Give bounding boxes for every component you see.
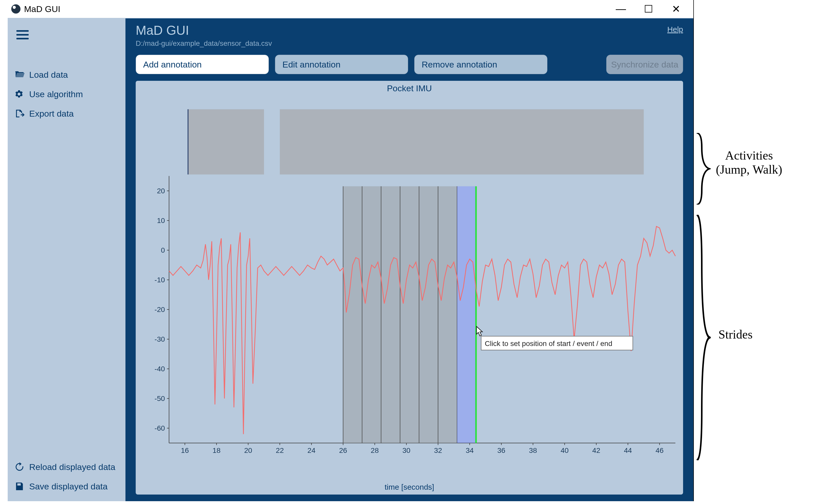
sidebar-item-label: Reload displayed data [29,462,115,472]
svg-text:30: 30 [403,447,410,454]
sidebar-item-export[interactable]: Export data [8,104,125,123]
window-maximize-button[interactable]: ☐ [641,3,656,15]
svg-text:24: 24 [308,447,315,454]
folder-open-icon [14,70,24,80]
brace-icon [695,133,711,204]
app-title: MaD GUI [136,23,683,38]
export-icon [14,108,24,119]
app-header: Help MaD GUI D:/mad-gui/example_data/sen… [125,18,693,51]
edit-annotation-button[interactable]: Edit annotation [275,55,408,74]
sidebar-item-label: Export data [29,109,74,119]
plot-title: Pocket IMU [136,81,683,93]
window-close-button[interactable]: ✕ [669,3,684,15]
plot-area[interactable]: Pocket IMU -60-50-40-30-20-1001020161820… [136,81,683,494]
svg-text:18: 18 [212,447,220,454]
svg-text:0: 0 [161,246,165,254]
sidebar-item-label: Use algorithm [29,89,83,99]
window-titlebar: MaD GUI — ☐ ✕ [8,0,693,18]
window-minimize-button[interactable]: — [613,3,629,15]
plot-panel: Pocket IMU -60-50-40-30-20-1001020161820… [125,81,693,501]
add-annotation-button[interactable]: Add annotation [136,55,269,74]
app-window: MaD GUI — ☐ ✕ Load data Use algori [8,0,694,501]
svg-text:-60: -60 [155,424,165,432]
file-path: D:/mad-gui/example_data/sensor_data.csv [136,38,683,48]
remove-annotation-button[interactable]: Remove annotation [414,55,547,74]
svg-text:46: 46 [656,447,664,454]
mouse-cursor-icon [477,326,482,336]
app-icon [11,4,20,14]
callout-text: Activities [716,148,782,162]
current-selection[interactable] [457,186,476,443]
sidebar-item-label: Save displayed data [29,482,107,491]
svg-text:-10: -10 [155,276,165,284]
svg-text:20: 20 [244,447,252,454]
reload-icon [14,462,24,472]
sidebar-item-save[interactable]: Save displayed data [8,476,125,496]
window-title: MaD GUI [24,4,61,14]
sidebar-item-load[interactable]: Load data [8,65,125,84]
svg-text:-20: -20 [155,306,165,313]
svg-text:22: 22 [276,447,284,454]
svg-text:10: 10 [157,217,165,224]
svg-text:-40: -40 [155,365,165,373]
gears-icon [14,89,24,99]
svg-text:28: 28 [371,447,379,454]
sidebar-item-label: Load data [29,70,68,80]
sidebar-item-reload[interactable]: Reload displayed data [8,457,125,476]
svg-text:44: 44 [624,447,632,454]
menu-toggle-button[interactable] [16,30,29,39]
svg-text:-50: -50 [155,395,165,402]
help-link[interactable]: Help [667,25,683,34]
activity-region[interactable] [188,109,264,174]
svg-text:26: 26 [339,447,347,454]
brace-icon [695,215,711,460]
svg-text:38: 38 [529,447,537,454]
chart-canvas[interactable]: -60-50-40-30-20-100102016182022242628303… [151,96,678,471]
main-column: Help MaD GUI D:/mad-gui/example_data/sen… [125,18,693,501]
svg-text:32: 32 [434,447,442,454]
save-icon [14,481,24,491]
svg-text:40: 40 [561,447,569,454]
callout-text: (Jump, Walk) [716,162,782,177]
callout-text: Strides [718,327,752,341]
activity-region[interactable] [280,109,644,174]
svg-text:34: 34 [466,447,474,454]
callout-activities: Activities (Jump, Walk) [716,148,782,177]
callout-strides: Strides [718,327,752,341]
svg-text:42: 42 [592,447,600,454]
x-axis-label: time [seconds] [136,483,683,491]
annotation-toolbar: Add annotation Edit annotation Remove an… [125,51,693,81]
svg-text:36: 36 [497,447,506,454]
svg-text:20: 20 [157,187,165,195]
svg-text:Click to set position of start: Click to set position of start / event /… [485,340,612,347]
synchronize-button[interactable]: Synchronize data [606,55,683,74]
svg-text:-30: -30 [155,335,165,343]
sidebar-item-algo[interactable]: Use algorithm [8,84,125,104]
svg-text:16: 16 [181,447,189,454]
sidebar: Load data Use algorithm Export data [8,18,125,501]
